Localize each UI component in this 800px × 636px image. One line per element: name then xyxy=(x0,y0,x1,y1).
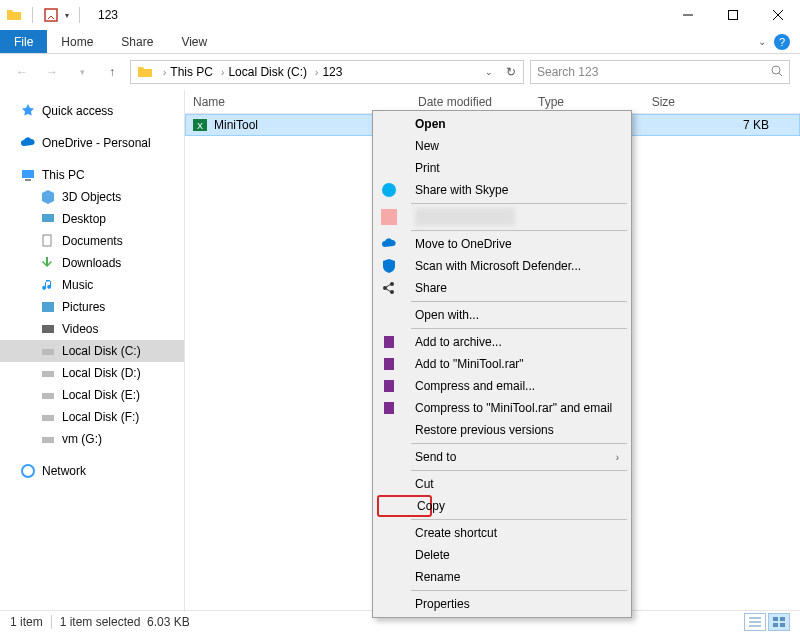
svg-point-18 xyxy=(22,465,34,477)
sidebar-item-videos[interactable]: Videos xyxy=(0,318,184,340)
sidebar-item-network[interactable]: Network xyxy=(0,460,184,482)
close-button[interactable] xyxy=(755,0,800,30)
ctx-send-to[interactable]: Send to› xyxy=(375,446,629,468)
ctx-scan-defender[interactable]: Scan with Microsoft Defender... xyxy=(375,255,629,277)
ctx-open[interactable]: Open xyxy=(375,113,629,135)
sidebar-item-local-disk-d[interactable]: Local Disk (D:) xyxy=(0,362,184,384)
address-row: ← → ▾ ↑ ›This PC ›Local Disk (C:) ›123 ⌄… xyxy=(0,54,800,90)
svg-rect-14 xyxy=(42,371,54,377)
chevron-right-icon: › xyxy=(616,452,619,463)
rar-icon xyxy=(381,378,397,394)
status-size: 6.03 KB xyxy=(147,615,190,629)
svg-rect-25 xyxy=(384,336,394,348)
rar-icon xyxy=(381,334,397,350)
breadcrumb-local-disk-c[interactable]: Local Disk (C:) xyxy=(228,65,307,79)
column-size[interactable]: Size xyxy=(635,95,695,109)
svg-rect-15 xyxy=(42,393,54,399)
search-icon[interactable] xyxy=(771,65,783,80)
sidebar-item-3d-objects[interactable]: 3D Objects xyxy=(0,186,184,208)
ctx-open-with[interactable]: Open with... xyxy=(375,304,629,326)
maximize-button[interactable] xyxy=(710,0,755,30)
address-dropdown-icon[interactable]: ⌄ xyxy=(479,62,499,82)
help-button[interactable]: ? xyxy=(774,34,790,50)
pc-icon xyxy=(20,167,36,183)
ctx-copy[interactable]: Copy xyxy=(377,495,432,517)
sidebar-item-this-pc[interactable]: This PC xyxy=(0,164,184,186)
drive-icon xyxy=(40,431,56,447)
svg-rect-28 xyxy=(384,402,394,414)
search-input[interactable]: Search 123 xyxy=(530,60,790,84)
context-menu: Open New Print Share with Skype Move to … xyxy=(372,110,632,618)
tab-home[interactable]: Home xyxy=(47,30,107,53)
ctx-properties[interactable]: Properties xyxy=(375,593,629,615)
pictures-icon xyxy=(40,299,56,315)
folder-icon xyxy=(137,64,153,80)
refresh-button[interactable]: ↻ xyxy=(501,62,521,82)
sidebar-item-local-disk-c[interactable]: Local Disk (C:) xyxy=(0,340,184,362)
column-date[interactable]: Date modified xyxy=(410,95,530,109)
forward-button[interactable]: → xyxy=(40,60,64,84)
ctx-share-skype[interactable]: Share with Skype xyxy=(375,179,629,201)
address-bar[interactable]: ›This PC ›Local Disk (C:) ›123 ⌄ ↻ xyxy=(130,60,524,84)
sidebar-item-downloads[interactable]: Downloads xyxy=(0,252,184,274)
file-tab[interactable]: File xyxy=(0,30,47,53)
svg-point-22 xyxy=(383,286,387,290)
ctx-restore-versions[interactable]: Restore previous versions xyxy=(375,419,629,441)
svg-point-23 xyxy=(390,282,394,286)
excel-icon: X xyxy=(192,117,208,133)
ctx-compress-email[interactable]: Compress and email... xyxy=(375,375,629,397)
svg-rect-16 xyxy=(42,415,54,421)
ctx-create-shortcut[interactable]: Create shortcut xyxy=(375,522,629,544)
sidebar-item-documents[interactable]: Documents xyxy=(0,230,184,252)
ctx-move-onedrive[interactable]: Move to OneDrive xyxy=(375,233,629,255)
ctx-redacted[interactable] xyxy=(375,206,629,228)
cloud-icon xyxy=(20,135,36,151)
column-name[interactable]: Name xyxy=(185,95,410,109)
sidebar-item-local-disk-f[interactable]: Local Disk (F:) xyxy=(0,406,184,428)
recent-locations-button[interactable]: ▾ xyxy=(70,60,94,84)
sidebar-item-pictures[interactable]: Pictures xyxy=(0,296,184,318)
up-button[interactable]: ↑ xyxy=(100,60,124,84)
ctx-add-archive[interactable]: Add to archive... xyxy=(375,331,629,353)
sidebar-item-vm-g[interactable]: vm (G:) xyxy=(0,428,184,450)
svg-rect-17 xyxy=(42,437,54,443)
minimize-button[interactable] xyxy=(665,0,710,30)
downloads-icon xyxy=(40,255,56,271)
cube-icon xyxy=(40,189,56,205)
skype-icon xyxy=(381,182,397,198)
properties-icon[interactable] xyxy=(43,7,59,23)
svg-rect-11 xyxy=(42,302,54,312)
breadcrumb-this-pc[interactable]: This PC xyxy=(170,65,213,79)
ctx-share[interactable]: Share xyxy=(375,277,629,299)
desktop-icon xyxy=(40,211,56,227)
folder-icon xyxy=(6,7,22,23)
expand-ribbon-icon[interactable]: ⌄ xyxy=(758,36,766,47)
ctx-new[interactable]: New xyxy=(375,135,629,157)
sidebar-item-local-disk-e[interactable]: Local Disk (E:) xyxy=(0,384,184,406)
ctx-compress-rar-email[interactable]: Compress to "MiniTool.rar" and email xyxy=(375,397,629,419)
ctx-delete[interactable]: Delete xyxy=(375,544,629,566)
redacted-icon xyxy=(381,209,397,225)
view-details-button[interactable] xyxy=(744,613,766,631)
ctx-print[interactable]: Print xyxy=(375,157,629,179)
ctx-cut[interactable]: Cut xyxy=(375,473,629,495)
column-type[interactable]: Type xyxy=(530,95,635,109)
back-button[interactable]: ← xyxy=(10,60,34,84)
breadcrumb-123[interactable]: 123 xyxy=(322,65,342,79)
qat-dropdown-icon[interactable]: ▾ xyxy=(65,11,69,20)
ctx-rename[interactable]: Rename xyxy=(375,566,629,588)
svg-rect-26 xyxy=(384,358,394,370)
ctx-add-rar[interactable]: Add to "MiniTool.rar" xyxy=(375,353,629,375)
drive-icon xyxy=(40,343,56,359)
sidebar-item-desktop[interactable]: Desktop xyxy=(0,208,184,230)
tab-share[interactable]: Share xyxy=(107,30,167,53)
sidebar-item-quick-access[interactable]: Quick access xyxy=(0,100,184,122)
svg-rect-12 xyxy=(42,325,54,333)
sidebar-item-onedrive[interactable]: OneDrive - Personal xyxy=(0,132,184,154)
view-large-icons-button[interactable] xyxy=(768,613,790,631)
shield-icon xyxy=(381,258,397,274)
network-icon xyxy=(20,463,36,479)
svg-rect-13 xyxy=(42,349,54,355)
sidebar-item-music[interactable]: Music xyxy=(0,274,184,296)
tab-view[interactable]: View xyxy=(167,30,221,53)
